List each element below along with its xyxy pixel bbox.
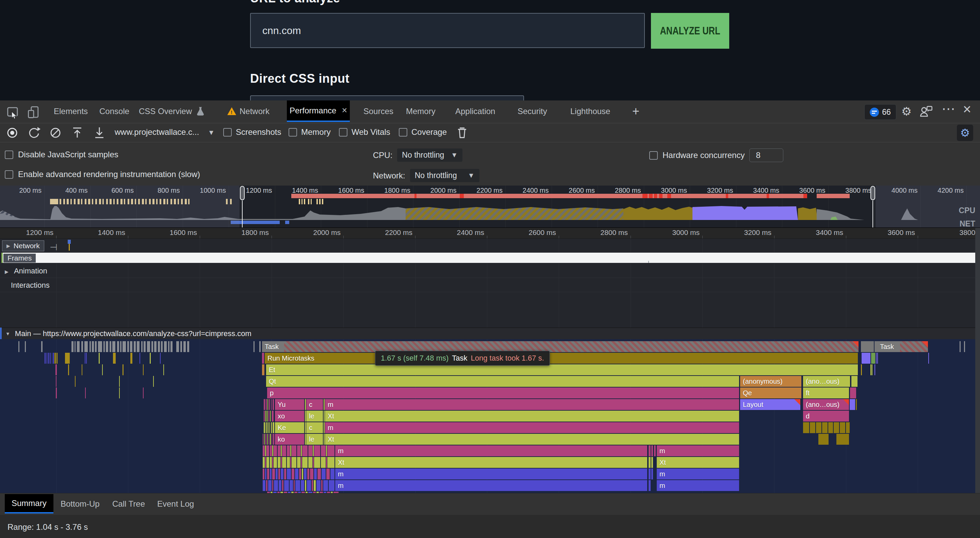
flame-bar[interactable]	[269, 434, 269, 445]
flame-bar[interactable]	[861, 341, 874, 352]
flame-bar[interactable]	[302, 457, 308, 468]
capture-settings-gear-icon[interactable]: ⚙	[957, 125, 973, 141]
flame-bar[interactable]	[143, 341, 146, 352]
flame-bar[interactable]	[110, 341, 111, 352]
flame-bar[interactable]	[262, 353, 264, 364]
track-interactions[interactable]: Interactions	[11, 281, 50, 290]
flame-bar[interactable]	[271, 422, 272, 433]
flame-bar[interactable]	[818, 434, 829, 445]
flame-bar[interactable]	[274, 457, 277, 468]
flame-bar[interactable]	[274, 480, 278, 491]
flame-bar[interactable]	[290, 457, 291, 468]
flame-bar[interactable]	[326, 469, 330, 479]
tab-application[interactable]: Application	[453, 101, 498, 122]
flame-bar[interactable]	[269, 411, 269, 421]
flame-bar-xt[interactable]: Xt	[657, 457, 739, 468]
tab-lighthouse[interactable]: Lighthouse	[568, 101, 613, 122]
flame-bar-m[interactable]: m	[657, 480, 739, 491]
flame-bar[interactable]	[82, 364, 82, 375]
flame-bar-ano-ous[interactable]: (ano…ous)	[803, 399, 849, 410]
flame-bar[interactable]	[272, 411, 274, 421]
flame-bar[interactable]	[292, 469, 294, 479]
flame-bar[interactable]	[170, 341, 172, 352]
flame-bar[interactable]	[262, 364, 264, 375]
flame-bar[interactable]	[53, 353, 54, 364]
flame-bar[interactable]	[327, 457, 334, 468]
flame-bar[interactable]	[263, 480, 266, 491]
flame-bar[interactable]	[268, 480, 272, 491]
flame-bar[interactable]	[307, 469, 309, 479]
reload-record-icon[interactable]	[27, 126, 41, 140]
flame-bar[interactable]	[263, 434, 263, 445]
flame-bar[interactable]	[964, 341, 965, 352]
flame-bar[interactable]	[56, 376, 56, 387]
flame-bar[interactable]	[264, 434, 265, 445]
flame-bar[interactable]	[856, 399, 857, 410]
bottom-tab-bottom-up[interactable]: Bottom-Up	[54, 494, 107, 514]
vertical-scrollbar[interactable]	[975, 228, 980, 493]
flame-bar[interactable]	[160, 353, 161, 364]
flame-bar[interactable]	[187, 341, 189, 352]
flame-bar[interactable]	[143, 388, 143, 398]
flame-bar[interactable]	[92, 341, 94, 352]
flame-bar[interactable]	[266, 457, 269, 468]
flame-bar[interactable]	[50, 353, 51, 364]
flame-bar[interactable]	[264, 399, 265, 410]
flame-bar[interactable]	[851, 376, 858, 387]
flame-bar[interactable]	[85, 388, 86, 398]
flame-bar[interactable]	[267, 411, 268, 421]
flame-bar-p[interactable]: p	[267, 388, 739, 398]
flame-bar-m[interactable]: m	[657, 469, 739, 479]
flame-bar[interactable]	[928, 353, 929, 364]
flame-bar[interactable]	[649, 457, 651, 468]
flame-bar[interactable]	[273, 434, 274, 445]
flame-bar[interactable]	[269, 422, 270, 433]
flame-bar[interactable]	[134, 341, 136, 352]
analyze-url-button[interactable]: ANALYZE URL	[651, 13, 729, 49]
flame-bar[interactable]	[163, 364, 164, 375]
flame-bar[interactable]	[272, 457, 273, 468]
flame-bar[interactable]	[305, 399, 306, 410]
screenshots-checkbox[interactable]	[223, 128, 232, 137]
collapse-icon[interactable]: ⊣	[50, 242, 57, 253]
flame-bar[interactable]	[284, 480, 289, 491]
flame-bar[interactable]	[281, 457, 282, 468]
flame-bar[interactable]	[267, 422, 269, 433]
flame-bar[interactable]	[168, 341, 169, 352]
flame-bar[interactable]	[310, 469, 313, 479]
flame-bar[interactable]	[272, 480, 273, 491]
advanced-rendering-row[interactable]: Enable advanced rendering instrumentatio…	[5, 169, 200, 179]
flame-bar[interactable]	[253, 341, 255, 352]
track-animation[interactable]: ▶ Animation	[5, 267, 47, 275]
flame-bar[interactable]	[151, 341, 153, 352]
flame-bar[interactable]	[828, 422, 833, 433]
flame-bar[interactable]	[270, 445, 272, 456]
tab-console[interactable]: Console	[97, 101, 132, 122]
flame-bar[interactable]	[153, 376, 154, 387]
flame-bar[interactable]	[81, 341, 83, 352]
flame-bar[interactable]	[56, 353, 57, 364]
flame-bar[interactable]	[48, 353, 49, 364]
checkbox-screenshots[interactable]: Screenshots	[223, 127, 281, 137]
record-icon[interactable]	[5, 126, 19, 140]
flame-bar[interactable]	[56, 388, 57, 398]
tab-security[interactable]: Security	[515, 101, 550, 122]
hardware-concurrency-checkbox[interactable]	[649, 151, 658, 160]
flame-bar-layout[interactable]: Layout	[740, 399, 800, 410]
flame-bar[interactable]	[302, 445, 308, 456]
advanced-rendering-checkbox[interactable]	[5, 170, 13, 179]
flame-bar[interactable]	[295, 469, 298, 479]
flame-bar[interactable]	[267, 434, 268, 445]
flame-bar[interactable]	[47, 353, 47, 364]
flame-bar[interactable]	[112, 341, 115, 352]
flame-bar[interactable]	[266, 399, 267, 410]
flame-bar[interactable]	[41, 341, 43, 352]
memory-checkbox[interactable]	[288, 128, 297, 137]
flame-bar[interactable]	[113, 353, 116, 364]
flame-bar[interactable]	[862, 353, 870, 364]
flame-bar[interactable]	[282, 457, 286, 468]
flame-bar-yu[interactable]: Yu	[275, 399, 304, 410]
window-handle-left[interactable]	[242, 201, 243, 227]
coverage-checkbox[interactable]	[399, 128, 407, 137]
issues-badge[interactable]: 66	[864, 104, 896, 120]
